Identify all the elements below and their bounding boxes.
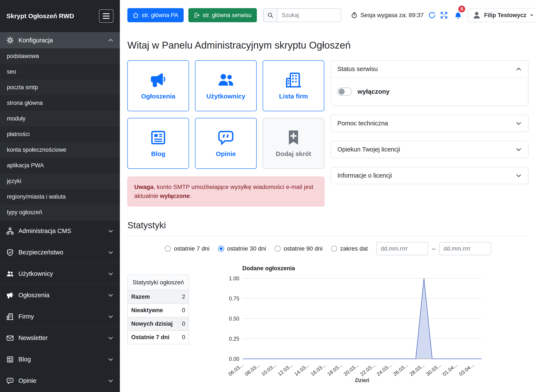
svg-text:Dzień: Dzień [355, 377, 369, 383]
radio-ostatnie-30-dni[interactable]: ostatnie 30 dni [218, 245, 266, 252]
svg-text:20.03...: 20.03... [343, 362, 360, 377]
sidebar-section-ogloszenia[interactable]: Ogłoszenia [0, 284, 120, 306]
sidebar-section-label: Konfiguracja [19, 37, 53, 44]
sidebar-item-typy-ogloszen[interactable]: typy ogłoszeń [0, 205, 120, 220]
user-menu[interactable]: Filip Testowycz [468, 8, 536, 22]
sidebar-section-blog[interactable]: Blog [0, 349, 120, 370]
sidebar-item-regiony-miasta-waluta[interactable]: regiony/miasta i waluta [0, 189, 120, 205]
panel-header-opiekun-licencji[interactable]: Opiekun Twojej licencji [331, 141, 528, 158]
admin-home-label: str. główna PA [142, 12, 178, 19]
fullscreen-icon [440, 12, 448, 19]
panel-body-status-serwisu: wyłączony [331, 77, 528, 106]
sidebar-item-moduly[interactable]: moduły [0, 111, 120, 126]
svg-text:18.03...: 18.03... [326, 362, 343, 377]
sidebar-section-newsletter[interactable]: Newsletter [0, 327, 120, 349]
sidebar-item-seo[interactable]: seo [0, 64, 120, 79]
panel-header-pomoc-techniczna[interactable]: Pomoc techniczna [331, 115, 528, 132]
chat-icon [217, 129, 234, 146]
app-root: Skrypt Ogłoszeń RWD Konfiguracja podstaw… [0, 0, 536, 392]
radio-ostatnie-7-dni[interactable]: ostatnie 7 dni [165, 245, 210, 252]
sidebar-section-konfiguracja[interactable]: Konfiguracja [0, 32, 120, 48]
sidebar-section-label: Ogłoszenia [19, 292, 49, 299]
chevron-down-icon [516, 121, 522, 126]
session-refresh-button[interactable] [428, 10, 436, 20]
shortcuts-column: Ogłoszenia Użytkownicy Lista firm B [127, 60, 324, 206]
shortcut-card-dodaj-skrot[interactable]: Dodaj skrót [263, 118, 324, 169]
accordion-column: Status serwisu wyłączony Pomoc techniczn… [330, 60, 528, 193]
svg-text:08.03...: 08.03... [244, 362, 261, 377]
shortcut-card-lista-firm[interactable]: Lista firm [263, 60, 324, 111]
shortcuts-grid: Ogłoszenia Użytkownicy Lista firm B [127, 60, 324, 169]
alert-bold-text: wyłączone [160, 193, 190, 199]
svg-text:26.03...: 26.03... [392, 362, 409, 377]
radio-zakres-dat[interactable]: zakres dat [331, 245, 368, 252]
sidebar-section-opinie[interactable]: Opinie [0, 370, 120, 391]
megaphone-icon [6, 292, 14, 299]
shortcut-card-uzytkownicy[interactable]: Użytkownicy [195, 60, 257, 111]
svg-text:0.75: 0.75 [229, 295, 239, 302]
search-input[interactable] [277, 8, 341, 22]
sidebar-toggle-button[interactable] [99, 9, 113, 23]
session-timer-text: Sesja wygasa za: 89:37 [361, 12, 424, 19]
shortcut-card-label: Blog [151, 150, 165, 158]
radio-ostatnie-90-dni[interactable]: ostatnie 90 dni [275, 245, 323, 252]
table-row-value: 0 [178, 317, 189, 331]
sidebar-item-strona-glowna[interactable]: strona główna [0, 95, 120, 111]
home-icon [133, 12, 139, 18]
date-to-input[interactable] [439, 242, 491, 255]
sidebar-item-platnosci[interactable]: płatności [0, 126, 120, 142]
fullscreen-button[interactable] [440, 10, 448, 20]
sidebar-section-label: Bezpieczeństwo [19, 249, 63, 256]
site-home-button[interactable]: str. główna serwisu [188, 8, 257, 22]
radio-label: ostatnie 30 dni [227, 245, 266, 252]
stats-chart: 1.000.750.500.250.0006.03...08.03...10.0… [195, 266, 527, 385]
sidebar-item-poczta-smtp[interactable]: poczta smtp [0, 79, 120, 95]
newspaper-icon [150, 129, 167, 146]
admin-home-button[interactable]: str. główna PA [127, 8, 184, 22]
panel-header-status-serwisu[interactable]: Status serwisu [331, 61, 528, 77]
radio-indicator [165, 246, 171, 252]
service-status-toggle[interactable] [337, 88, 352, 96]
site-home-label: str. główna serwisu [203, 12, 252, 19]
sidebar-section-bezpieczenstwo[interactable]: Bezpieczeństwo [0, 242, 120, 263]
table-row-value: 0 [178, 331, 189, 344]
svg-text:0.25: 0.25 [229, 336, 239, 342]
svg-text:1.00: 1.00 [229, 275, 239, 281]
svg-text:14.03...: 14.03... [293, 362, 310, 377]
chevron-up-icon [516, 66, 522, 72]
table-row: Razem 2 [127, 290, 189, 304]
sidebar-section-administracja-cms[interactable]: Administracja CMS [0, 220, 120, 242]
panel-status-serwisu: Status serwisu wyłączony [330, 60, 528, 106]
svg-text:12.03...: 12.03... [277, 362, 294, 377]
shortcut-card-label: Ogłoszenia [141, 93, 175, 100]
shortcut-card-label: Dodaj skrót [276, 150, 311, 158]
notifications: 5 [453, 10, 463, 20]
alert-bold-text: Uwaga [134, 184, 154, 190]
shortcut-card-opinie[interactable]: Opinie [195, 118, 257, 169]
sidebar-item-jezyki[interactable]: języki [0, 173, 120, 189]
panel-title: Status serwisu [337, 65, 378, 73]
chevron-down-icon [108, 378, 113, 384]
sidebar-item-konta-spolecznosciowe[interactable]: konta społecznościowe [0, 142, 120, 158]
date-from-input[interactable] [376, 242, 428, 255]
page-content: Witaj w Panelu Administracyjnym skryptu … [120, 30, 536, 392]
table-row: Ostatnie 7 dni 0 [127, 331, 189, 344]
svg-text:0.50: 0.50 [229, 316, 239, 322]
stopwatch-icon [351, 12, 357, 19]
sidebar-item-podstawowa[interactable]: podstawowa [0, 48, 120, 64]
panel-header-informacje-o-licencji[interactable]: Informacje o licencji [331, 167, 528, 184]
sidebar-section-label: Administracja CMS [19, 228, 71, 234]
svg-text:24.03...: 24.03... [376, 362, 393, 377]
search-group [263, 8, 341, 22]
table-row-value: 0 [178, 304, 189, 317]
shortcut-card-blog[interactable]: Blog [127, 118, 189, 169]
sidebar-section-firmy[interactable]: Firmy [0, 306, 120, 327]
stats-table-header: Statystyki ogłoszeń [127, 275, 189, 290]
sidebar-section-uzytkownicy[interactable]: Użytkownicy [0, 263, 120, 284]
sidebar-section-label: Opinie [19, 377, 36, 384]
shortcut-card-ogloszenia[interactable]: Ogłoszenia [127, 60, 189, 111]
panel-title: Opiekun Twojej licencji [337, 146, 400, 153]
megaphone-icon [150, 72, 167, 88]
sidebar-item-aplikacja-pwa[interactable]: aplikacja PWA [0, 158, 120, 173]
user-name: Filip Testowycz [484, 12, 526, 19]
